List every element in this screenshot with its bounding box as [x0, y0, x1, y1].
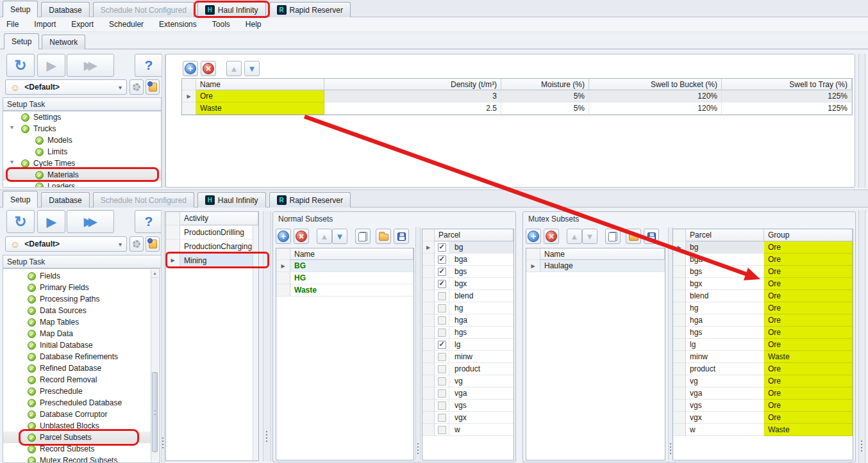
cell-group[interactable]: Waste [764, 424, 853, 436]
cell-parcel[interactable]: vg [686, 375, 764, 387]
checkbox[interactable] [438, 341, 446, 349]
move-down-button[interactable]: ▼ [244, 61, 260, 76]
tree-item[interactable]: ✓ Prescheduled Database [3, 397, 151, 409]
parcel-row[interactable]: ▶ vgx [422, 412, 513, 424]
copy-button[interactable] [605, 229, 621, 244]
parcel-group-row[interactable]: ▶ bgs Ore [673, 266, 853, 278]
scenario-notes-button[interactable] [146, 236, 160, 252]
parcel-row[interactable]: ▶ lg [422, 339, 513, 351]
tree-item[interactable]: ✓ Map Data [3, 328, 151, 339]
subset-name-label[interactable]: Waste [290, 284, 413, 296]
parcel-label[interactable]: hgs [449, 327, 513, 339]
scenario-dropdown[interactable]: ☺ <Default> ▾ [5, 79, 127, 95]
left-splitter[interactable] [161, 210, 165, 463]
parcel-group-row[interactable]: ▶ lg Ore [673, 339, 853, 351]
cell-parcel[interactable]: vgs [686, 400, 764, 412]
parcel-row[interactable]: ▶ hgs [422, 327, 513, 339]
col-moisture[interactable]: Moisture (%) [501, 79, 589, 90]
parcel-group-row[interactable]: ▶ minw Waste [673, 351, 853, 363]
col-name[interactable]: Name [196, 79, 324, 90]
scenario-settings-button[interactable] [129, 236, 144, 252]
main-tab[interactable]: Database [41, 192, 89, 207]
parcel-label[interactable]: w [449, 424, 513, 436]
parcel-group-row[interactable]: ▶ blend Ore [673, 290, 853, 302]
add-button[interactable]: + [526, 229, 541, 244]
tree-item[interactable]: ✓ Unblasted Blocks [3, 420, 151, 432]
col-parcel[interactable]: Parcel [686, 229, 764, 241]
checkbox[interactable] [438, 256, 446, 264]
cell-swell-bucket[interactable]: 120% [589, 90, 722, 102]
subset-name-row[interactable]: ▶ HG [276, 272, 413, 284]
activity-row[interactable]: ▶ Mining [166, 254, 258, 268]
parcel-label[interactable]: vgs [449, 400, 513, 412]
activity-scrollbar[interactable] [253, 225, 258, 460]
sub-tab[interactable]: Setup [4, 33, 39, 49]
tree-item[interactable]: ✓ Map Tables [3, 316, 151, 328]
col-name[interactable]: Name [290, 248, 413, 260]
parcel-label[interactable]: bg [449, 241, 513, 254]
cell-parcel[interactable]: vgx [686, 412, 764, 424]
scenario-dropdown[interactable]: ☺ <Default> ▾ [5, 236, 127, 252]
cell-group[interactable]: Ore [764, 400, 853, 412]
parcel-row[interactable]: ▶ blend [422, 290, 513, 302]
parcel-row[interactable]: ▶ hga [422, 314, 513, 327]
delete-row-button[interactable]: × [201, 61, 216, 76]
cell-parcel[interactable]: bga [686, 254, 764, 266]
main-tab[interactable]: Schedule Not Configured [93, 192, 194, 207]
move-down-button[interactable]: ▼ [582, 229, 597, 244]
activity-row[interactable]: ▶ ProductionDrilling [166, 225, 258, 240]
tree-item[interactable]: ✓ Data Sources [3, 305, 151, 316]
parcel-group-row[interactable]: ▶ vga Ore [673, 387, 853, 400]
parcel-row[interactable]: ▶ hg [422, 302, 513, 314]
cell-parcel[interactable]: hg [686, 302, 764, 314]
cell-group[interactable]: Ore [764, 375, 853, 387]
table-row[interactable]: ▶ Ore 3 5% 120% 125% [182, 90, 852, 102]
inner-splitter[interactable] [415, 227, 421, 460]
checkbox[interactable] [438, 402, 446, 410]
parcel-group-row[interactable]: ▶ bg Ore [673, 241, 853, 254]
menu-item[interactable]: Scheduler [109, 20, 144, 29]
cell-parcel[interactable]: lg [686, 339, 764, 351]
parcel-group-row[interactable]: ▶ hgs Ore [673, 327, 853, 339]
cell-group[interactable]: Ore [764, 314, 853, 327]
save-button[interactable] [644, 229, 659, 244]
cell-group[interactable]: Ore [764, 339, 853, 351]
tree-item[interactable]: ✓ Record Subsets [3, 443, 151, 455]
parcel-label[interactable]: vga [449, 387, 513, 400]
col-group[interactable]: Group [764, 229, 853, 241]
open-button[interactable] [626, 229, 641, 244]
checkbox[interactable] [438, 268, 446, 276]
main-tab[interactable]: Rapid Reserver [269, 2, 351, 17]
parcel-label[interactable]: vg [449, 375, 513, 387]
tree-item[interactable]: ✓ Primary Fields [3, 282, 151, 293]
tree-item[interactable]: ✓ Refined Database [3, 362, 151, 374]
parcel-label[interactable]: bgx [449, 278, 513, 290]
col-swell-tray[interactable]: Swell to Tray (%) [722, 79, 852, 90]
parcel-group-row[interactable]: ▶ vgx Ore [673, 412, 853, 424]
move-up-button[interactable]: ▲ [567, 229, 582, 244]
cell-group[interactable]: Waste [764, 351, 853, 363]
main-tab[interactable]: Database [41, 2, 89, 17]
parcel-group-row[interactable]: ▶ vgs Ore [673, 400, 853, 412]
cell-parcel[interactable]: hgs [686, 327, 764, 339]
subset-name-label[interactable]: BG [290, 260, 413, 272]
cell-parcel[interactable]: bgx [686, 278, 764, 290]
parcel-group-row[interactable]: ▶ hg Ore [673, 302, 853, 314]
col-density[interactable]: Density (t/m³) [324, 79, 501, 90]
subset-name-row[interactable]: ▶ Waste [276, 284, 413, 296]
cell-swell-tray[interactable]: 125% [722, 102, 852, 115]
parcel-label[interactable]: bga [449, 254, 513, 266]
checkbox[interactable] [438, 243, 446, 252]
cell-group[interactable]: Ore [764, 241, 853, 254]
cell-group[interactable]: Ore [764, 290, 853, 302]
run-button[interactable]: ▶ [37, 54, 65, 77]
move-up-button[interactable]: ▲ [317, 229, 332, 244]
cell-group[interactable]: Ore [764, 327, 853, 339]
cell-parcel[interactable]: product [686, 363, 764, 375]
sub-tab[interactable]: Network [42, 35, 85, 49]
tree-item[interactable]: ▾ ✓ Materials [3, 169, 161, 181]
col-swell-bucket[interactable]: Swell to Bucket (%) [589, 79, 722, 90]
col-activity[interactable]: Activity [180, 212, 258, 225]
refresh-button[interactable]: ↻ [6, 54, 35, 77]
parcel-group-row[interactable]: ▶ product Ore [673, 363, 853, 375]
